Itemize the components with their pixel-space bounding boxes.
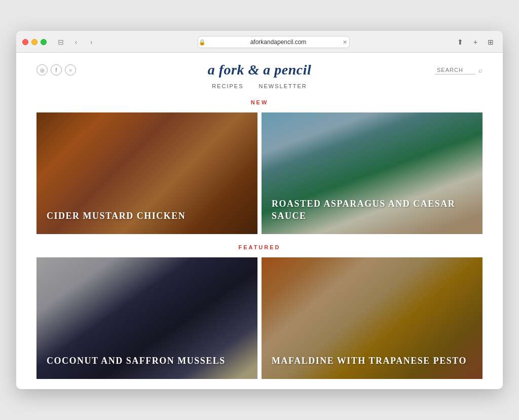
browser-chrome: ⊟ ‹ › 🔒 aforkandapencil.com ✕ ⬆ + ⊞ bbox=[16, 31, 503, 53]
forward-button[interactable]: › bbox=[85, 36, 97, 48]
address-bar[interactable]: aforkandapencil.com bbox=[198, 36, 350, 48]
recipe-title: COCONUT AND SAFFRON MUSSELS bbox=[36, 345, 257, 379]
rss-icon[interactable]: ◎ bbox=[36, 64, 48, 75]
new-recipes-grid: CIDER MUSTARD CHICKEN ROASTED ASPARAGUS … bbox=[16, 112, 503, 234]
new-tab-button[interactable]: + bbox=[469, 36, 481, 48]
nav-newsletter[interactable]: NEWSLETTER bbox=[259, 83, 307, 89]
social-links: ◎ f ○ bbox=[36, 64, 76, 75]
facebook-icon[interactable]: f bbox=[51, 64, 62, 75]
main-nav: RECIPES NEWSLETTER bbox=[16, 78, 503, 96]
instagram-icon[interactable]: ○ bbox=[65, 64, 76, 75]
search-icon[interactable]: ⌕ bbox=[478, 66, 483, 74]
new-section-label: NEW bbox=[16, 99, 503, 105]
nav-recipes[interactable]: RECIPES bbox=[212, 83, 243, 89]
browser-nav: ⊟ ‹ › bbox=[55, 36, 97, 48]
recipe-title: ROASTED ASPARAGUS AND CAESAR SAUCE bbox=[262, 188, 483, 234]
site-title: a fork & a pencil bbox=[208, 62, 312, 78]
lock-icon: 🔒 bbox=[199, 39, 206, 46]
address-bar-container: 🔒 aforkandapencil.com ✕ bbox=[101, 36, 446, 48]
search-area: ⌕ bbox=[435, 66, 483, 74]
browser-window: ⊟ ‹ › 🔒 aforkandapencil.com ✕ ⬆ + ⊞ ◎ f … bbox=[16, 31, 503, 389]
recipe-card-roasted-asparagus[interactable]: ROASTED ASPARAGUS AND CAESAR SAUCE bbox=[262, 112, 483, 234]
recipe-card-cider-mustard-chicken[interactable]: CIDER MUSTARD CHICKEN bbox=[36, 112, 257, 234]
traffic-lights bbox=[22, 39, 47, 45]
recipe-title: MAFALDINE WITH TRAPANESE PESTO bbox=[262, 345, 483, 379]
minimize-button[interactable] bbox=[31, 39, 38, 45]
featured-section-label: FEATURED bbox=[16, 244, 503, 250]
maximize-button[interactable] bbox=[41, 39, 47, 45]
recipe-card-mafaldine-trapanese-pesto[interactable]: MAFALDINE WITH TRAPANESE PESTO bbox=[262, 257, 483, 379]
share-button[interactable]: ⬆ bbox=[454, 36, 466, 48]
recipe-title: CIDER MUSTARD CHICKEN bbox=[36, 200, 257, 234]
featured-recipes-grid: COCONUT AND SAFFRON MUSSELS MAFALDINE WI… bbox=[16, 257, 503, 379]
back-button[interactable]: ‹ bbox=[70, 36, 82, 48]
sidebar-toggle-button[interactable]: ⊟ bbox=[55, 36, 67, 48]
recipe-card-coconut-saffron-mussels[interactable]: COCONUT AND SAFFRON MUSSELS bbox=[36, 257, 257, 379]
browser-actions: ⬆ + ⊞ bbox=[454, 36, 497, 48]
search-input[interactable] bbox=[435, 66, 475, 74]
close-button[interactable] bbox=[22, 39, 28, 45]
site-header: ◎ f ○ a fork & a pencil ⌕ bbox=[16, 53, 503, 78]
grid-button[interactable]: ⊞ bbox=[485, 36, 497, 48]
close-tab-icon[interactable]: ✕ bbox=[343, 39, 347, 46]
site-content: ◎ f ○ a fork & a pencil ⌕ RECIPES NEWSLE… bbox=[16, 53, 503, 389]
